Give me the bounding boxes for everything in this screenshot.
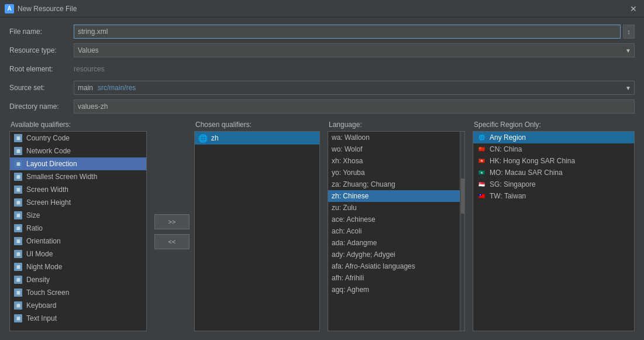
text-input-icon: ⊞	[13, 314, 23, 323]
any-region-label: Any Region	[490, 133, 526, 142]
source-set-main: main	[78, 84, 93, 92]
region-panel: Specific Region Only: 🌐 Any Region 🇨🇳 CN…	[473, 121, 635, 331]
list-item[interactable]: ace: Achinese	[328, 214, 464, 225]
keyboard-label: Keyboard	[26, 301, 56, 310]
ui-mode-label: UI Mode	[26, 250, 53, 258]
region-sg[interactable]: 🇸🇬 SG: Singapore	[473, 178, 634, 190]
app-icon: A	[5, 4, 14, 13]
list-item[interactable]: afh: Afrihili	[328, 272, 464, 284]
chosen-label: Chosen qualifiers:	[194, 121, 323, 129]
source-set-row: Source set: main src/main/res ▼	[9, 81, 635, 95]
night-mode-icon: ⊞	[13, 262, 23, 272]
chosen-zh-label: zh	[211, 134, 219, 142]
list-item[interactable]: ⊞ Screen Height	[10, 196, 146, 209]
orientation-icon: ⊞	[13, 236, 23, 246]
region-label: Specific Region Only:	[473, 121, 635, 129]
list-item[interactable]: ⊞ Country Code	[10, 132, 146, 145]
list-item[interactable]: ⊞ Network Code	[10, 145, 146, 157]
list-item[interactable]: wo: Wolof	[328, 143, 464, 155]
file-name-label: File name:	[9, 28, 74, 36]
size-label: Size	[26, 211, 40, 219]
tw-label: TW: Taiwan	[490, 192, 526, 200]
region-any[interactable]: 🌐 Any Region	[473, 132, 634, 143]
list-item[interactable]: ⊞ Keyboard	[10, 299, 146, 312]
hk-flag: 🇭🇰	[477, 158, 486, 164]
available-panel: Available qualifiers: ⊞ Country Code ⊞ N…	[9, 121, 150, 331]
sg-label: SG: Singapore	[490, 180, 536, 188]
directory-name-row: Directory name:	[9, 99, 635, 114]
layout-direction-label: Layout Direction	[26, 160, 77, 168]
list-item[interactable]: ⊞ Screen Width	[10, 183, 146, 196]
panels-container: Available qualifiers: ⊞ Country Code ⊞ N…	[9, 121, 635, 331]
file-name-input[interactable]	[74, 25, 621, 39]
smallest-screen-width-icon: ⊞	[13, 172, 23, 181]
resource-type-select[interactable]: Values Layout Drawable Menu Anim Color R…	[74, 43, 635, 57]
list-item[interactable]: afa: Afro-Asiatic languages	[328, 260, 464, 272]
region-hk[interactable]: 🇭🇰 HK: Hong Kong SAR China	[473, 155, 634, 167]
cn-label: CN: China	[490, 145, 522, 153]
list-item[interactable]: ⊞ Text Input	[10, 312, 146, 325]
keyboard-icon: ⊞	[13, 301, 23, 310]
list-item[interactable]: ⊞ Layout Direction	[10, 157, 146, 170]
list-item[interactable]: ach: Acoli	[328, 225, 464, 237]
list-item-zh[interactable]: zh: Chinese	[328, 190, 464, 202]
cn-flag: 🇨🇳	[477, 146, 486, 153]
add-qualifier-button[interactable]: >>	[154, 214, 190, 229]
list-item[interactable]: zu: Zulu	[328, 202, 464, 214]
list-item[interactable]: ⊞ Night Mode	[10, 260, 146, 273]
language-list[interactable]: wa: Walloon wo: Wolof xh: Xhosa yo: Yoru…	[328, 131, 465, 331]
root-element-label: Root element:	[9, 65, 74, 73]
dialog-body: File name: ↕ Resource type: Values Layou…	[0, 18, 644, 340]
density-label: Density	[26, 276, 50, 284]
directory-name-input[interactable]	[74, 99, 635, 114]
list-item[interactable]: ada: Adangme	[328, 237, 464, 249]
directory-name-label: Directory name:	[9, 102, 74, 111]
night-mode-label: Night Mode	[26, 263, 62, 271]
text-input-label: Text Input	[26, 314, 57, 322]
screen-width-label: Screen Width	[26, 186, 68, 194]
list-item[interactable]: ⊞ Ratio	[10, 222, 146, 235]
available-label: Available qualifiers:	[9, 121, 150, 129]
title-bar: A New Resource File ✕	[0, 0, 644, 18]
region-list[interactable]: 🌐 Any Region 🇨🇳 CN: China 🇭🇰 HK: Hong Ko…	[473, 131, 635, 331]
list-item[interactable]: ⊞ Size	[10, 209, 146, 222]
chosen-list[interactable]: 🌐 zh	[194, 131, 320, 331]
region-mo[interactable]: 🇲🇴 MO: Macau SAR China	[473, 167, 634, 178]
list-item[interactable]: ⊞ UI Mode	[10, 248, 146, 260]
list-item[interactable]: wa: Walloon	[328, 132, 464, 143]
zh-world-icon: 🌐	[198, 133, 208, 143]
touch-screen-icon: ⊞	[13, 288, 23, 297]
orientation-label: Orientation	[26, 237, 61, 245]
middle-buttons: >> <<	[150, 132, 194, 331]
network-code-icon: ⊞	[13, 146, 23, 156]
file-name-row: File name: ↕	[9, 25, 635, 39]
close-button[interactable]: ✕	[628, 4, 639, 13]
any-region-flag: 🌐	[477, 135, 486, 141]
list-item[interactable]: agq: Aghem	[328, 284, 464, 296]
available-list[interactable]: ⊞ Country Code ⊞ Network Code ⊞ Layout D…	[9, 131, 147, 331]
chosen-list-item[interactable]: 🌐 zh	[195, 132, 319, 145]
root-element-row: Root element: resources	[9, 62, 635, 76]
list-item[interactable]: ⊞ Density	[10, 273, 146, 286]
mo-label: MO: Macau SAR China	[490, 169, 563, 177]
list-item[interactable]: ⊞ Touch Screen	[10, 286, 146, 299]
language-panel: Language: wa: Walloon wo: Wolof xh: Xhos…	[328, 121, 468, 331]
touch-screen-label: Touch Screen	[26, 289, 69, 297]
dialog-title: New Resource File	[18, 5, 628, 13]
ratio-icon: ⊞	[13, 224, 23, 233]
sort-button[interactable]: ↕	[623, 25, 635, 39]
screen-height-label: Screen Height	[26, 198, 71, 207]
region-tw[interactable]: 🇹🇼 TW: Taiwan	[473, 190, 634, 202]
list-item[interactable]: za: Zhuang; Chuang	[328, 178, 464, 190]
list-item[interactable]: ⊞ Smallest Screen Width	[10, 170, 146, 183]
region-cn[interactable]: 🇨🇳 CN: China	[473, 143, 634, 155]
country-code-label: Country Code	[26, 134, 70, 142]
tw-flag: 🇹🇼	[477, 193, 486, 200]
sg-flag: 🇸🇬	[477, 181, 486, 188]
remove-qualifier-button[interactable]: <<	[154, 234, 190, 249]
list-item[interactable]: xh: Xhosa	[328, 155, 464, 167]
list-item[interactable]: ⊞ Orientation	[10, 235, 146, 248]
list-item[interactable]: ady: Adyghe; Adygei	[328, 249, 464, 260]
list-item[interactable]: yo: Yoruba	[328, 167, 464, 178]
mo-flag: 🇲🇴	[477, 170, 486, 176]
